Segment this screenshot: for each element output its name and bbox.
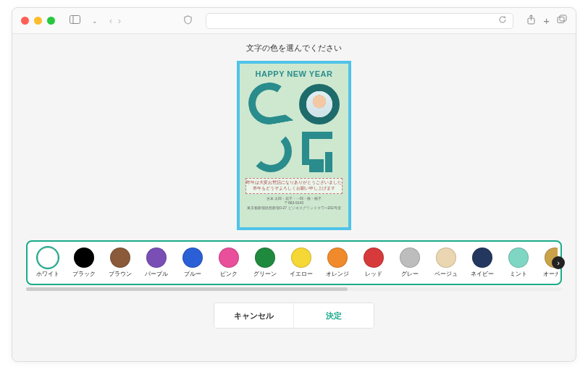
sender-line-3: 東京都新宿区西新宿0-27 ビジネスグランドタワー202号室	[247, 206, 341, 211]
sidebar-icon	[70, 15, 80, 24]
color-swatch-mint	[508, 248, 529, 268]
color-option-beige[interactable]: ベージュ	[429, 246, 463, 279]
digit-0-photo-frame	[299, 84, 340, 124]
browser-window: ⌄ ‹ › + 文字の色を選んでください HAPPY NEW YEAR	[12, 7, 576, 362]
color-swatch-black	[74, 248, 94, 268]
color-option-purple[interactable]: パープル	[139, 246, 174, 279]
dropdown-caret-icon[interactable]: ⌄	[89, 17, 101, 25]
cancel-button[interactable]: キャンセル	[214, 303, 294, 328]
color-swatch-white	[38, 248, 58, 268]
new-tab-icon[interactable]: +	[543, 14, 550, 27]
color-option-yellow[interactable]: イエロー	[284, 246, 319, 279]
color-swatch-red	[364, 248, 384, 268]
color-label: パープル	[145, 270, 168, 278]
greeting-line-1: 昨年は大変お世話になりありがとうございました	[246, 180, 342, 186]
color-option-brown[interactable]: ブラウン	[103, 246, 138, 279]
color-label: ベージュ	[434, 270, 458, 278]
shield-icon[interactable]	[183, 15, 193, 27]
palette-next-button[interactable]: ›	[552, 256, 565, 269]
horizontal-scrollbar[interactable]	[26, 287, 562, 291]
color-palette: ホワイトブラックブラウンパープルブルーピンクグリーンイエローオレンジレッドグレー…	[30, 246, 558, 279]
address-bar[interactable]	[206, 13, 513, 29]
color-label: ブラウン	[109, 270, 132, 278]
action-buttons: キャンセル 決定	[214, 303, 374, 329]
color-option-blue[interactable]: ブルー	[175, 246, 210, 279]
card-title: HAPPY NEW YEAR	[256, 69, 333, 78]
color-swatch-gray	[400, 248, 420, 268]
postcard-preview: HAPPY NEW YEAR 昨年は大変お世話になりありがとうございました 本年…	[237, 61, 351, 230]
maximize-window-button[interactable]	[47, 17, 55, 25]
reload-icon[interactable]	[498, 15, 507, 26]
color-option-navy[interactable]: ネイビー	[465, 246, 500, 279]
color-label: オーカー	[543, 270, 558, 278]
tabs-icon[interactable]	[557, 14, 567, 27]
color-option-green[interactable]: グリーン	[248, 246, 282, 279]
avatar-photo	[306, 91, 332, 117]
color-swatch-purple	[146, 248, 167, 268]
chevron-right-icon: ›	[557, 258, 560, 267]
color-option-mint[interactable]: ミント	[501, 246, 536, 279]
color-swatch-green	[255, 248, 275, 268]
color-option-gray[interactable]: グレー	[392, 246, 427, 279]
sidebar-toggle-button[interactable]	[67, 15, 83, 26]
color-swatch-orange	[327, 248, 348, 268]
color-option-white[interactable]: ホワイト	[30, 246, 65, 279]
prompt-text: 文字の色を選んでください	[246, 43, 342, 54]
color-palette-panel: ホワイトブラックブラウンパープルブルーピンクグリーンイエローオレンジレッドグレー…	[26, 240, 562, 285]
svg-rect-3	[558, 17, 564, 23]
color-option-pink[interactable]: ピンク	[211, 246, 246, 279]
color-option-orange[interactable]: オレンジ	[320, 246, 355, 279]
color-swatch-pink	[219, 248, 239, 268]
greeting-line-2: 本年もどうぞよろしくお願い申し上げます	[246, 186, 342, 192]
color-label: レッド	[365, 270, 382, 278]
window-controls	[21, 17, 55, 25]
color-label: ミント	[510, 270, 527, 278]
color-label: グリーン	[253, 270, 277, 278]
color-swatch-yellow	[291, 248, 311, 268]
digit-5	[302, 132, 337, 169]
back-button[interactable]: ‹	[109, 16, 112, 26]
color-label: イエロー	[290, 270, 313, 278]
color-label: ブルー	[184, 270, 201, 278]
card-sender-box: 宮本 太郎・花子・一郎・桃・桃子 〒863-9143 東京都新宿区西新宿0-27…	[247, 196, 341, 211]
color-label: ピンク	[220, 270, 238, 278]
color-option-red[interactable]: レッド	[356, 246, 391, 279]
color-label: グレー	[401, 270, 419, 278]
color-label: ホワイト	[36, 270, 59, 278]
color-swatch-navy	[472, 248, 492, 268]
color-label: ネイビー	[471, 270, 494, 278]
close-window-button[interactable]	[21, 17, 29, 25]
ok-button[interactable]: 決定	[294, 303, 374, 328]
color-swatch-blue	[182, 248, 203, 268]
svg-rect-0	[70, 16, 80, 24]
digit-2-bottom	[250, 130, 292, 172]
color-swatch-beige	[436, 248, 456, 268]
color-swatch-brown	[110, 248, 130, 268]
card-greeting-box: 昨年は大変お世話になりありがとうございました 本年もどうぞよろしくお願い申し上げ…	[245, 178, 343, 194]
share-icon[interactable]	[526, 14, 536, 27]
year-2025-art	[247, 81, 341, 175]
digit-2-top	[245, 79, 293, 127]
color-label: オレンジ	[326, 270, 349, 278]
nav-buttons: ‹ ›	[109, 16, 121, 26]
color-option-black[interactable]: ブラック	[67, 246, 101, 279]
forward-button[interactable]: ›	[118, 16, 121, 26]
content-area: 文字の色を選んでください HAPPY NEW YEAR 昨年は大変お世話になりあ…	[12, 34, 576, 361]
color-label: ブラック	[72, 270, 96, 278]
svg-rect-4	[560, 15, 566, 21]
minimize-window-button[interactable]	[34, 17, 42, 25]
titlebar: ⌄ ‹ › +	[12, 8, 576, 34]
